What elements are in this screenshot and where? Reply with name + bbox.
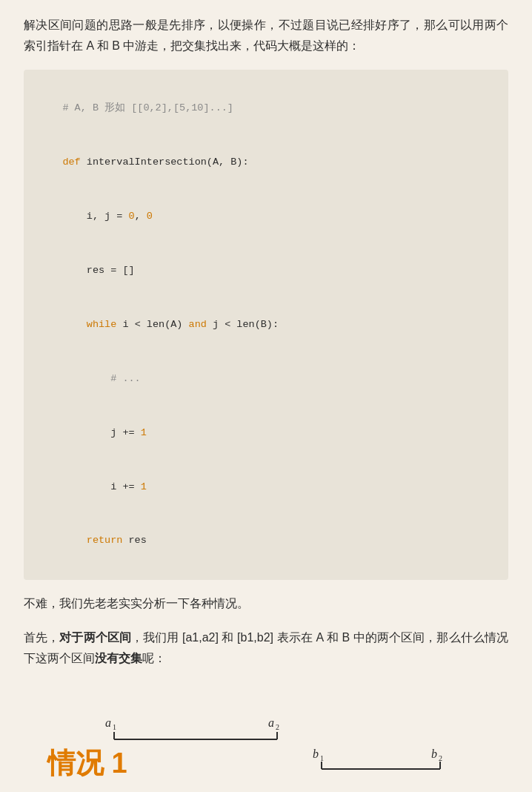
code-block-1: # A, B 形如 [[0,2],[5,10]...] def interval… [24,70,508,580]
situation-1-container: a 1 a 2 b 1 b 2 情况 1 [24,691,508,792]
code-line-while: while i < len(A) and j < len(B): [39,298,493,352]
code-line-res: res = [] [39,244,493,298]
svg-text:b: b [313,748,319,760]
code-line-def: def intervalIntersection(A, B): [39,136,493,190]
svg-text:1: 1 [113,723,116,731]
situation-1-diagram: a 1 a 2 b 1 b 2 情况 1 [25,691,507,792]
svg-text:2: 2 [276,723,279,731]
svg-text:1: 1 [320,754,324,762]
intro-paragraph: 解决区间问题的思路一般是先排序，以便操作，不过题目说已经排好序了，那么可以用两个… [24,15,508,56]
code-line-j: j += 1 [39,406,493,460]
code-line-ellipsis: # ... [39,352,493,406]
code-line-i: i += 1 [39,460,493,514]
svg-text:情况 1: 情况 1 [46,748,127,779]
situation-intro-paragraph: 首先，对于两个区间，我们用 [a1,a2] 和 [b1,b2] 表示在 A 和 … [24,627,508,669]
analysis-paragraph: 不难，我们先老老实实分析一下各种情况。 [24,593,508,614]
code-line-ij: i, j = 0, 0 [39,190,493,244]
code-line-comment: # A, B 形如 [[0,2],[5,10]...] [39,82,493,136]
svg-text:b: b [431,748,437,760]
svg-text:2: 2 [439,754,442,762]
svg-text:a: a [105,716,111,729]
code-line-return: return res [39,514,493,568]
svg-text:a: a [268,716,274,729]
